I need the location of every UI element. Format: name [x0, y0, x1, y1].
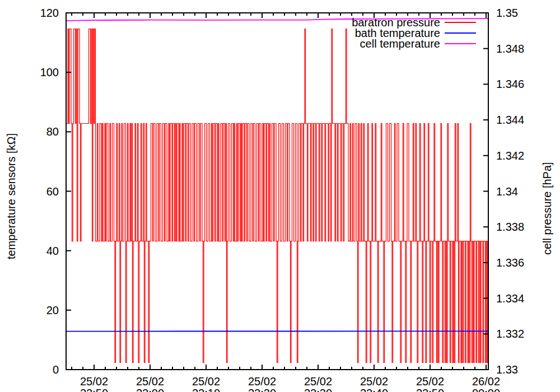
x-tick-label-time: 23:30 — [304, 387, 332, 392]
y1-tick-label: 100 — [40, 66, 59, 78]
y1-tick-label: 40 — [46, 245, 59, 257]
chart-svg: 25/0222:5025/0223:0025/0223:1025/0223:20… — [0, 0, 560, 392]
x-tick-label-date: 25/02 — [136, 375, 164, 388]
y1-axis-title: temperature sensors [kΩ] — [5, 133, 17, 259]
y2-tick-label: 1.336 — [496, 256, 524, 269]
x-tick-label-date: 25/02 — [192, 375, 220, 388]
y2-tick-label: 1.332 — [496, 328, 524, 340]
x-tick-label-time: 23:20 — [248, 387, 276, 392]
legend: baratron pressurebath temperaturecell te… — [352, 16, 476, 50]
y2-tick-label: 1.34 — [496, 185, 518, 198]
y1-tick-label: 20 — [46, 304, 59, 316]
x-tick-label-time: 23:40 — [360, 387, 388, 392]
y2-tick-label: 1.348 — [496, 43, 524, 55]
y2-tick-label: 1.338 — [496, 221, 524, 233]
y1-tick-label: 0 — [53, 363, 59, 376]
series-baratron-pressure — [66, 29, 489, 363]
x-tick-label-time: 00:00 — [472, 387, 500, 392]
y1-tick-label: 120 — [40, 7, 59, 19]
x-tick-label-time: 22:50 — [80, 387, 108, 392]
y2-tick-label: 1.344 — [496, 114, 524, 126]
y1-tick-label: 60 — [46, 185, 59, 198]
x-tick-label-date: 25/02 — [80, 375, 108, 388]
y2-tick-label: 1.35 — [496, 7, 518, 19]
series-layer — [66, 18, 489, 362]
x-tick-label-date: 25/02 — [416, 375, 444, 388]
x-tick-label-date: 25/02 — [248, 375, 276, 388]
y2-tick-label: 1.334 — [496, 292, 524, 305]
x-tick-label-date: 26/02 — [472, 375, 500, 388]
x-tick-label-time: 23:50 — [416, 387, 444, 392]
x-tick-label-time: 23:10 — [192, 387, 220, 392]
legend-label-cell_temperature: cell temperature — [360, 38, 440, 50]
y1-tick-label: 80 — [46, 125, 59, 138]
x-tick-label-date: 25/02 — [360, 375, 388, 388]
plot-container: 25/0222:5025/0223:0025/0223:1025/0223:20… — [0, 0, 560, 392]
y2-axis-title: cell pressure [hPa] — [541, 162, 553, 255]
y2-tick-label: 1.346 — [496, 78, 524, 90]
x-tick-label-time: 23:00 — [136, 387, 164, 392]
y2-tick-label: 1.33 — [496, 363, 518, 376]
y2-tick-label: 1.342 — [496, 150, 524, 162]
x-tick-label-date: 25/02 — [304, 375, 332, 388]
